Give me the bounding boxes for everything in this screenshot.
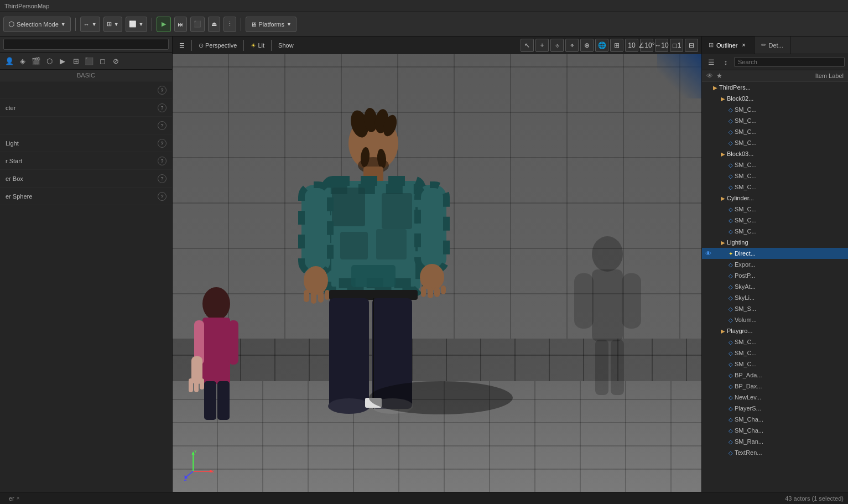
outliner-list-item[interactable]: ◇ SM_C... — [702, 159, 848, 170]
outliner-list-item[interactable]: ◇ SM_Cha... — [702, 425, 848, 436]
list-item[interactable]: ? — [0, 117, 172, 134]
outliner-list-item[interactable]: ◇ Volum... — [702, 314, 848, 325]
icon-btn-film[interactable]: 🎬 — [30, 55, 42, 67]
outliner-list-item[interactable]: ▶ Playgro... — [702, 325, 848, 336]
list-item[interactable]: cter ? — [0, 99, 172, 117]
outliner-list-item[interactable]: ◇ SkyLi... — [702, 292, 848, 303]
outliner-list-item[interactable]: ◇ SM_C... — [702, 226, 848, 237]
outliner-list-item[interactable]: ◇ SM_Ran... — [702, 436, 848, 447]
outliner-search-input[interactable] — [734, 57, 845, 67]
eject-button[interactable]: ⏏ — [208, 17, 220, 32]
outliner-list-item[interactable]: ◇ SM_C... — [702, 347, 848, 358]
platforms-button[interactable]: 🖥 Platforms ▼ — [246, 17, 296, 32]
vp-tool-layout[interactable]: ⊟ — [685, 39, 698, 52]
outliner-filter-btn[interactable]: ☰ — [705, 56, 717, 68]
outliner-list-item[interactable]: ◇ SM_C... — [702, 170, 848, 181]
outliner-list-item[interactable]: ◇ SM_C... — [702, 137, 848, 148]
left-panel: 👤 ◈ 🎬 ⬡ ▶ ⊞ ⬛ ◻ ⊘ — [0, 37, 173, 492]
vp-tool-add[interactable]: + — [535, 39, 549, 52]
list-item[interactable]: er Sphere ? — [0, 188, 172, 205]
vp-tool-camera[interactable]: ⌖ — [565, 39, 579, 52]
outliner-list-item[interactable]: 👁 ✦ Direct... — [702, 248, 848, 259]
help-btn-4[interactable]: ? — [158, 157, 167, 165]
vp-tool-select[interactable]: ↖ — [521, 39, 534, 52]
outliner-list-item[interactable]: ◇ SM_C... — [702, 115, 848, 126]
icon-btn-cancel[interactable]: ⊘ — [110, 55, 122, 67]
list-item[interactable]: Light ? — [0, 134, 172, 152]
translate-button[interactable]: ↔ ▼ — [80, 17, 100, 32]
lit-button[interactable]: ☀ Lit — [247, 41, 268, 50]
viewport-mode-button[interactable]: ⬜ ▼ — [126, 17, 147, 32]
help-btn-1[interactable]: ? — [158, 103, 167, 112]
vp-tool-scale[interactable]: ↔ 10 — [655, 39, 668, 52]
outliner-list-item[interactable]: ◇ SM_C... — [702, 358, 848, 370]
vp-tool-sphere[interactable]: ⊕ — [580, 39, 594, 52]
outliner-list-item[interactable]: ◇ SM_Cha... — [702, 414, 848, 425]
vp-tool-grid-num[interactable]: 10 — [625, 39, 638, 52]
outliner-sort-btn[interactable]: ↕ — [720, 56, 732, 68]
outliner-list-item[interactable]: ◇ SM_S... — [702, 303, 848, 314]
outliner-list-item[interactable]: ◇ NewLev... — [702, 392, 848, 403]
outliner-list-item[interactable]: ◇ PlayerS... — [702, 403, 848, 414]
help-btn-3[interactable]: ? — [158, 139, 167, 148]
viewport[interactable]: ☰ ⊙ Perspective ☀ Lit Show ↖ + — [173, 37, 701, 492]
outliner-item-label: SkyLi... — [735, 294, 755, 301]
outliner-list-item[interactable]: ▶ Block02... — [702, 93, 848, 104]
list-item[interactable]: ? — [0, 81, 172, 99]
outliner-list-item[interactable]: ◇ SM_C... — [702, 181, 848, 193]
viewport-chevron: ▼ — [139, 22, 144, 27]
more-button[interactable]: ⋮ — [223, 17, 236, 32]
icon-btn-filter1[interactable]: ◈ — [17, 55, 29, 67]
statusbar-tab-close[interactable]: × — [17, 495, 20, 501]
vp-tool-globe[interactable]: 🌐 — [595, 39, 608, 52]
icon-btn-group[interactable]: ⊞ — [70, 55, 82, 67]
outliner-list-item[interactable]: ◇ SM_C... — [702, 104, 848, 115]
icon-btn-square[interactable]: ◻ — [96, 55, 108, 67]
vp-tool-angle[interactable]: ∠ 10° — [640, 39, 653, 52]
outliner-tab-close[interactable]: × — [741, 42, 747, 49]
outliner-list-item[interactable]: ◇ TextRen... — [702, 447, 848, 458]
outliner-list-item[interactable]: ◇ SkyAt... — [702, 281, 848, 292]
outliner-filter-icon: ☰ — [708, 58, 715, 66]
help-btn-0[interactable]: ? — [158, 86, 167, 95]
mesh-icon: ◇ — [729, 450, 733, 456]
outliner-list-item[interactable]: ◇ BP_Ada... — [702, 370, 848, 381]
help-btn-2[interactable]: ? — [158, 121, 167, 130]
icon-btn-actors[interactable]: 👤 — [3, 55, 15, 67]
outliner-list-item[interactable]: ◇ PostP... — [702, 270, 848, 281]
viewport-right-tools: ↖ + ⟐ ⌖ ⊕ 🌐 ⊞ — [521, 39, 698, 52]
list-item[interactable]: r Start ? — [0, 152, 172, 170]
outliner-list-item[interactable]: ▶ Cylinder... — [702, 193, 848, 204]
outliner-list-item[interactable]: ◇ SM_C... — [702, 336, 848, 347]
skip-frame-button[interactable]: ⏭ — [174, 17, 187, 32]
outliner-list-item[interactable]: ▶ ThirdPers... — [702, 82, 848, 93]
icon-btn-play2[interactable]: ▶ — [56, 55, 69, 67]
outliner-list-item[interactable]: ◇ SM_C... — [702, 204, 848, 215]
left-panel-search-input[interactable] — [3, 39, 169, 50]
help-btn-5[interactable]: ? — [158, 174, 167, 183]
stop-button[interactable]: ⬛ — [190, 17, 205, 32]
show-button[interactable]: Show — [275, 41, 297, 50]
list-item[interactable]: er Box ? — [0, 170, 172, 188]
outliner-tab[interactable]: ⊞ Outliner × — [702, 37, 755, 54]
outliner-list-item[interactable]: ▶ Block03... — [702, 148, 848, 159]
outliner-list-item[interactable]: ◇ SM_C... — [702, 126, 848, 137]
icon-btn-shape[interactable]: ⬡ — [43, 55, 55, 67]
statusbar-tab[interactable]: er × — [4, 492, 24, 505]
outliner-list-item[interactable]: ◇ Expor... — [702, 259, 848, 270]
vp-tool-grid2[interactable]: ⊞ — [610, 39, 623, 52]
viewport-menu-button[interactable]: ☰ — [176, 41, 188, 50]
snap-button[interactable]: ⊞ ▼ — [103, 17, 122, 32]
icon-btn-cube[interactable]: ⬛ — [83, 55, 95, 67]
outliner-list-item[interactable]: ▶ Lighting — [702, 237, 848, 248]
details-tab[interactable]: ✏ Det... — [755, 37, 790, 54]
vp-tool-ratio[interactable]: ◻ 1 — [670, 39, 683, 52]
vp-tool-snap[interactable]: ⟐ — [550, 39, 564, 52]
3d-scene[interactable]: X Y Z — [173, 54, 701, 492]
outliner-list-item[interactable]: ◇ SM_C... — [702, 215, 848, 226]
selection-mode-button[interactable]: ⬡ Selection Mode ▼ — [3, 17, 71, 32]
perspective-button[interactable]: ⊙ Perspective — [195, 41, 240, 50]
help-btn-6[interactable]: ? — [158, 192, 167, 201]
outliner-list-item[interactable]: ◇ BP_Dax... — [702, 381, 848, 392]
play-button[interactable]: ▶ — [157, 17, 171, 32]
